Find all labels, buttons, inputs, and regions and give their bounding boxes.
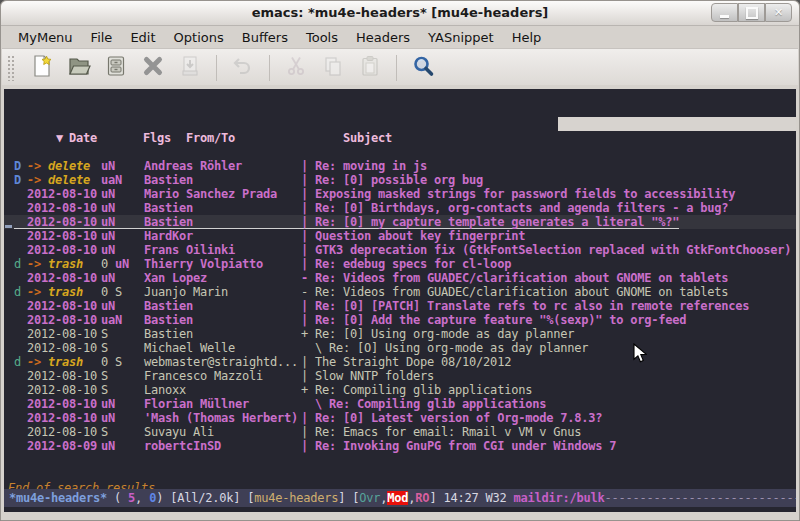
column-header-from[interactable]: From/To (186, 131, 343, 145)
menu-item-tools[interactable]: Tools (297, 28, 347, 47)
save-button[interactable] (103, 55, 129, 81)
flags-column: uN (101, 159, 144, 173)
message-row[interactable]: 2012-08-10uNFrans Oilinki| GTK3 deprecat… (4, 243, 796, 257)
modeline-segment: ] [ (338, 491, 359, 505)
flags-column: uN (101, 411, 144, 425)
message-row[interactable]: 2012-08-10SSuvayu Ali| Re: Emacs for ema… (4, 425, 796, 439)
flags-column: uN (101, 299, 144, 313)
maximize-button[interactable] (738, 3, 765, 22)
flags-value: uN (101, 243, 115, 257)
message-row[interactable]: 2012-08-10SBastien+ Re: [0] Using org-mo… (4, 327, 796, 341)
action-name: delete (48, 159, 90, 173)
message-row[interactable]: 2012-08-10SLanoxx+ Re: Compiling glib ap… (4, 383, 796, 397)
mark-flag: D (14, 173, 27, 187)
message-row[interactable]: D-> deleteuaNBastien| Re: [0] possible o… (4, 173, 796, 187)
column-header-flags[interactable]: Flgs (143, 131, 186, 145)
from-column: Frans Oilinki (144, 243, 301, 257)
message-row[interactable]: 2012-08-10uNBastien| Re: [0] my capture … (4, 215, 796, 229)
message-row[interactable]: 2012-08-10uNHardKor| Question about key … (4, 229, 796, 243)
subject-column: | GTK3 deprecation fix (GtkFontSelection… (301, 243, 791, 257)
message-row[interactable]: 2012-08-10SMichael Welle \ Re: [O] Using… (4, 341, 796, 355)
action-name: trash (48, 355, 83, 369)
message-row-text: 2012-08-10SFrancesco Mazzoli| Slow NNTP … (14, 369, 434, 383)
subject-column: | Re: edebug specs for cl-loop (301, 257, 511, 271)
message-row[interactable]: 2012-08-10SFrancesco Mazzoli| Slow NNTP … (4, 369, 796, 383)
message-row[interactable]: 2012-08-10uNBastien| Re: [0] Birthdays, … (4, 201, 796, 215)
message-row-text: d-> trash0 Swebmaster@straightd...| The … (14, 355, 511, 369)
from-column: Florian Müllner (144, 397, 301, 411)
cut-button (283, 55, 309, 81)
flags-value: S (115, 355, 122, 369)
open-folder-button[interactable] (66, 55, 92, 81)
new-file-button[interactable] (29, 55, 55, 81)
paste-icon (358, 54, 382, 82)
flags-column: S (101, 425, 144, 439)
flags-value: S (101, 425, 108, 439)
close-button[interactable]: ✕ (765, 3, 792, 22)
menu-item-edit[interactable]: Edit (121, 28, 164, 47)
subject-column: | Question about key fingerprint (301, 229, 525, 243)
date-column: -> trash (27, 285, 101, 299)
message-row-text: 2012-08-10uN'Mash (Thomas Herbert)| Re: … (14, 411, 602, 425)
from-column: Andreas Röhler (144, 159, 301, 173)
from-column: Suvayu Ali (144, 425, 301, 439)
search-icon (411, 54, 435, 82)
message-row[interactable]: 2012-08-10uN'Mash (Thomas Herbert)| Re: … (4, 411, 796, 425)
message-row[interactable]: d-> trash0 uNThierry Volpiatto| Re: edeb… (4, 257, 796, 271)
message-row[interactable]: 2012-08-10uaNBastien| Re: [0] Add the ca… (4, 313, 796, 327)
close-button[interactable] (140, 55, 166, 81)
date-column: 2012-08-10 (27, 201, 101, 215)
modeline-segment: *mu4e-headers* (9, 491, 107, 505)
subject-column: \ Re: [O] Using org-mode as day planner (301, 341, 588, 355)
menu-item-headers[interactable]: Headers (347, 28, 419, 47)
message-row-text: 2012-08-10uaNBastien| Re: [0] Add the ca… (14, 313, 686, 327)
message-row[interactable]: 2012-08-10uNBastien| Re: [0] [PATCH] Tra… (4, 299, 796, 313)
flags-column: 0 uN (101, 257, 144, 271)
menu-item-help[interactable]: Help (503, 28, 551, 47)
date-column: 2012-08-10 (27, 425, 101, 439)
action-arrow: -> (27, 173, 41, 187)
message-row[interactable]: D-> deleteuNAndreas Röhler| Re: moving i… (4, 159, 796, 173)
menu-item-buffers[interactable]: Buffers (233, 28, 297, 47)
flags-value: S (101, 383, 108, 397)
action-arrow: -> (27, 355, 41, 369)
menu-item-options[interactable]: Options (165, 28, 233, 47)
subject-column: | Re: [0] [PATCH] Translate refs to rc a… (301, 299, 749, 313)
modeline-segment: mu4e-headers (254, 491, 338, 505)
mark-flag: d (14, 257, 27, 271)
open-folder-icon (67, 54, 91, 82)
menu-item-file[interactable]: File (82, 28, 122, 47)
date-column: -> delete (27, 159, 101, 173)
message-row[interactable]: 2012-08-10uNMario Sanchez Prada| Exposin… (4, 187, 796, 201)
subject-column: | The Straight Dope 08/10/2012 (301, 355, 511, 369)
message-row[interactable]: d-> trash0 Swebmaster@straightd...| The … (4, 355, 796, 369)
paste-button (357, 55, 383, 81)
tool-bar (2, 48, 798, 87)
toolbar-grip (7, 55, 16, 81)
date-column: -> trash (27, 355, 101, 369)
subject-column: | Re: [0] possible org bug (301, 173, 483, 187)
close-icon (141, 54, 165, 82)
message-row[interactable]: 2012-08-10uNFlorian Müllner \ Re: Compil… (4, 397, 796, 411)
flags-column: S (101, 341, 144, 355)
flags-value: uN (101, 215, 115, 229)
message-row[interactable]: d-> trash0 SJuanjo Marin- Re: Videos fro… (4, 285, 796, 299)
mark-flag: D (14, 159, 27, 173)
menu-item-yasnippet[interactable]: YASnippet (419, 28, 503, 47)
undo-icon (231, 54, 255, 82)
from-column: 'Mash (Thomas Herbert) (144, 411, 301, 425)
toolbar-separator (216, 55, 217, 81)
message-row[interactable]: 2012-08-09uNrobertcInSD| Re: Invoking Gn… (4, 439, 796, 453)
minimize-button[interactable] (711, 3, 738, 22)
from-column: Bastien (144, 299, 301, 313)
column-header-subject[interactable]: Subject (343, 131, 392, 145)
menu-item-mymenu[interactable]: MyMenu (9, 28, 82, 47)
mode-line: *mu4e-headers* ( 5, 0) [All/2.0k] [mu4e-… (4, 489, 796, 507)
mark-flag: d (14, 285, 27, 299)
from-column: Lanoxx (144, 383, 301, 397)
message-row[interactable]: 2012-08-10uNXan Lopez- Re: Videos from G… (4, 271, 796, 285)
action-arrow: -> (27, 285, 41, 299)
column-header-date[interactable]: Date (69, 131, 143, 145)
search-button[interactable] (410, 55, 436, 81)
flags-column: 0 S (101, 285, 144, 299)
